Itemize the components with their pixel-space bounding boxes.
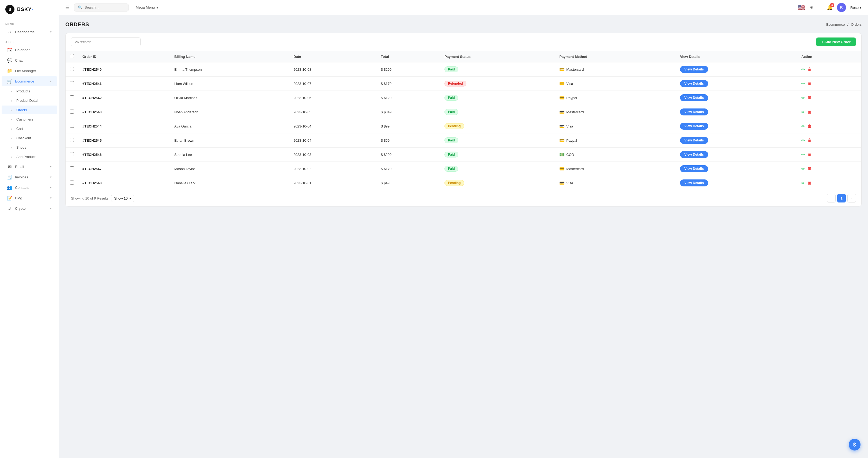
row-checkbox[interactable] (70, 67, 74, 71)
page-1-button[interactable]: 1 (837, 194, 846, 203)
grid-icon[interactable]: ⊞ (809, 5, 813, 10)
cell-date: 2023-10-01 (289, 176, 376, 190)
cell-payment-method: 💳 Visa (555, 119, 676, 133)
topbar-right: 🇺🇸 ⊞ ⛶ 🔔 3 R Rose ▾ (798, 3, 862, 12)
sidebar-item-customers[interactable]: ↳ Customers (2, 115, 57, 124)
row-checkbox[interactable] (70, 124, 74, 128)
cell-order-id: #TECH2547 (78, 162, 170, 176)
view-details-button[interactable]: View Details (680, 165, 708, 172)
hamburger-icon[interactable]: ☰ (65, 5, 70, 10)
sidebar-item-orders[interactable]: ↳ Orders (2, 105, 57, 114)
sidebar-item-product-detail[interactable]: ↳ Product Detail (2, 96, 57, 105)
view-details-button[interactable]: View Details (680, 109, 708, 116)
delete-button[interactable]: 🗑 (807, 138, 812, 143)
sidebar-item-crypto[interactable]: ₿ Crypto ▾ (2, 204, 57, 213)
edit-button[interactable]: ✏ (801, 81, 805, 86)
edit-button[interactable]: ✏ (801, 181, 805, 186)
sidebar-item-ecommerce[interactable]: 🛒 Ecommerce ▴ (2, 76, 57, 86)
view-details-button[interactable]: View Details (680, 94, 708, 101)
row-checkbox[interactable] (70, 166, 74, 170)
edit-button[interactable]: ✏ (801, 152, 805, 157)
sidebar-item-shops[interactable]: ↳ Shops (2, 143, 57, 152)
sidebar-item-dashboards[interactable]: ⌂ Dashboards ▾ (2, 27, 57, 37)
view-details-button[interactable]: View Details (680, 137, 708, 144)
settings-fab[interactable]: ⚙ (849, 439, 861, 451)
sidebar-item-chat[interactable]: 💬 Chat (2, 56, 57, 65)
delete-button[interactable]: 🗑 (807, 81, 812, 86)
sidebar-item-products[interactable]: ↳ Products (2, 87, 57, 96)
cell-date: 2023-10-07 (289, 77, 376, 91)
view-details-button[interactable]: View Details (680, 66, 708, 73)
sidebar-item-add-product[interactable]: ↳ Add Product (2, 152, 57, 161)
row-checkbox[interactable] (70, 110, 74, 114)
row-checkbox[interactable] (70, 81, 74, 85)
payment-method-icon: 💳 (559, 138, 565, 143)
row-checkbox-cell (66, 148, 78, 162)
search-input[interactable] (85, 5, 125, 9)
chevron-down-icon: ▾ (129, 196, 131, 200)
cell-billing-name: Liam Wilson (170, 77, 289, 91)
delete-button[interactable]: 🗑 (807, 152, 812, 157)
records-search-input[interactable] (71, 37, 141, 46)
sidebar-item-label: Customers (16, 117, 33, 121)
table-body: #TECH2540 Emma Thompson 2023-10-08 $ $29… (66, 62, 861, 190)
showing-text: Showing 10 of 9 Results (71, 196, 108, 200)
sidebar-item-email[interactable]: ✉ Email ▾ (2, 162, 57, 172)
sidebar-item-file-manager[interactable]: 📁 File Manager (2, 66, 57, 76)
row-checkbox[interactable] (70, 181, 74, 185)
view-details-button[interactable]: View Details (680, 179, 708, 186)
sidebar-item-calendar[interactable]: 📅 Calendar (2, 45, 57, 55)
cell-payment-status: Paid (440, 162, 555, 176)
notification-badge: 3 (830, 3, 834, 7)
notifications-bell[interactable]: 🔔 3 (827, 5, 833, 10)
delete-button[interactable]: 🗑 (807, 95, 812, 100)
chevron-down-icon: ▾ (50, 165, 52, 169)
add-new-order-button[interactable]: + Add New Order (816, 37, 856, 46)
logo: B BSKY· (0, 0, 59, 19)
delete-button[interactable]: 🗑 (807, 110, 812, 114)
chat-icon: 💬 (7, 58, 12, 63)
row-checkbox-cell (66, 176, 78, 190)
edit-button[interactable]: ✏ (801, 110, 805, 115)
show-rows-select[interactable]: Show 10 ▾ (111, 195, 134, 202)
flag-icon[interactable]: 🇺🇸 (798, 4, 805, 11)
col-total: Total (376, 51, 440, 62)
cell-action: ✏ 🗑 (797, 162, 861, 176)
sidebar-item-invoices[interactable]: 🧾 Invoices ▾ (2, 172, 57, 182)
search-bar[interactable]: 🔍 (74, 3, 129, 11)
edit-button[interactable]: ✏ (801, 138, 805, 143)
mega-menu-button[interactable]: Mega Menu ▾ (133, 4, 161, 11)
sidebar-item-checkout[interactable]: ↳ Checkout (2, 134, 57, 143)
sidebar-item-contacts[interactable]: 👥 Contacts ▾ (2, 183, 57, 192)
row-checkbox[interactable] (70, 152, 74, 156)
next-page-button[interactable]: › (847, 194, 856, 203)
row-checkbox[interactable] (70, 95, 74, 99)
delete-button[interactable]: 🗑 (807, 166, 812, 171)
avatar[interactable]: R (837, 3, 846, 12)
delete-button[interactable]: 🗑 (807, 124, 812, 128)
delete-button[interactable]: 🗑 (807, 67, 812, 72)
row-checkbox[interactable] (70, 138, 74, 142)
edit-button[interactable]: ✏ (801, 67, 805, 72)
delete-button[interactable]: 🗑 (807, 181, 812, 185)
chevron-down-icon: ▾ (50, 30, 52, 34)
edit-button[interactable]: ✏ (801, 124, 805, 129)
fullscreen-icon[interactable]: ⛶ (818, 5, 823, 10)
edit-button[interactable]: ✏ (801, 166, 805, 172)
row-checkbox-cell (66, 91, 78, 105)
prev-page-button[interactable]: ‹ (827, 194, 836, 203)
sidebar-item-blog[interactable]: 📝 Blog ▾ (2, 193, 57, 203)
view-details-button[interactable]: View Details (680, 123, 708, 130)
user-name[interactable]: Rose ▾ (850, 5, 862, 10)
sub-arrow-icon: ↳ (10, 89, 12, 93)
edit-button[interactable]: ✏ (801, 95, 805, 100)
select-all-checkbox[interactable] (70, 54, 74, 58)
table-row: #TECH2548 Isabella Clark 2023-10-01 $ $4… (66, 176, 861, 190)
col-payment-status: Payment Status (440, 51, 555, 62)
view-details-button[interactable]: View Details (680, 151, 708, 158)
cell-billing-name: Mason Taylor (170, 162, 289, 176)
cell-total: $ $179 (376, 162, 440, 176)
table-row: #TECH2540 Emma Thompson 2023-10-08 $ $29… (66, 62, 861, 77)
sidebar-item-cart[interactable]: ↳ Cart (2, 124, 57, 133)
view-details-button[interactable]: View Details (680, 80, 708, 87)
